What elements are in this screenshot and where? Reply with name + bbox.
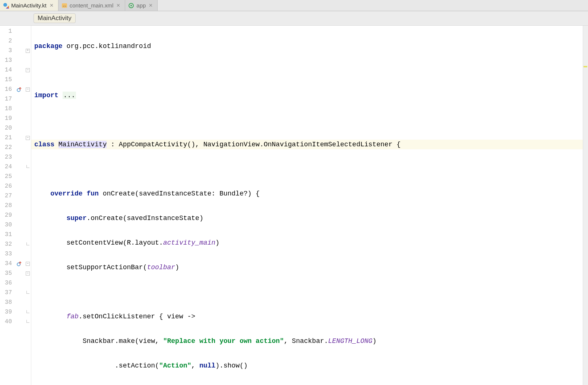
fold-gutter: + − − − − − [25,26,31,385]
line-number: 29 [0,210,14,220]
line-number: 18 [0,104,14,114]
line-number: 26 [0,181,14,191]
tab-app[interactable]: app ✕ [125,0,158,11]
code-area[interactable]: package org.pcc.kotlinandroid import ...… [31,26,588,385]
svg-text:<>: <> [63,4,66,8]
tab-label: MainActivity.kt [11,2,47,9]
line-number: 37 [0,288,14,298]
tab-mainactivity[interactable]: MainActivity.kt ✕ [0,0,59,11]
line-number: 17 [0,94,14,104]
tab-label: app [136,2,146,9]
line-number: 24 [0,162,14,172]
fold-collapse-icon[interactable]: − [26,88,30,92]
breadcrumb-bar: MainActivity [0,11,588,26]
line-number: 20 [0,123,14,133]
line-number: 32 [0,239,14,249]
fold-collapse-icon[interactable]: − [26,262,30,266]
line-number: 3 [0,46,14,55]
line-number: 16 [0,85,14,94]
line-number: 19 [0,114,14,123]
line-number: 30 [0,220,14,230]
line-number: 1 [0,26,14,36]
tab-content-main[interactable]: <> content_main.xml ✕ [59,0,126,11]
editor-tabs: MainActivity.kt ✕ <> content_main.xml ✕ … [0,0,588,11]
line-number: 23 [0,152,14,162]
module-icon [128,3,134,9]
line-number: 33 [0,249,14,259]
fold-end-icon [26,310,30,314]
close-icon[interactable]: ✕ [148,3,154,8]
line-number: 15 [0,75,14,85]
line-number: 31 [0,230,14,239]
warning-marker[interactable] [584,66,587,67]
xml-file-icon: <> [61,3,67,9]
close-icon[interactable]: ✕ [116,3,121,8]
line-number: 28 [0,201,14,210]
close-icon[interactable]: ✕ [49,3,54,8]
error-stripe[interactable] [583,26,588,385]
fold-collapse-icon[interactable]: − [26,271,30,276]
line-number: 39 [0,307,14,317]
line-number: 21 [0,133,14,143]
line-number-gutter: 1 2 3 13 14 15 16 17 18 19 20 21 22 23 2… [0,26,14,385]
line-number: 34 [0,259,14,268]
svg-point-4 [130,5,132,6]
override-gutter-icon[interactable] [14,85,25,94]
fold-end-icon [26,291,30,295]
fold-end-icon [26,165,30,169]
line-number: 25 [0,172,14,181]
line-number: 22 [0,143,14,152]
line-number: 27 [0,191,14,201]
svg-point-5 [17,89,20,92]
code-editor: 1 2 3 13 14 15 16 17 18 19 20 21 22 23 2… [0,26,588,385]
line-number: 38 [0,298,14,307]
override-gutter-icon[interactable] [14,259,25,268]
svg-point-0 [3,3,7,7]
icon-gutter [14,26,25,385]
fold-end-icon [26,242,30,246]
kotlin-file-icon [3,3,9,9]
line-number: 40 [0,317,14,327]
line-number: 14 [0,65,14,75]
fold-expand-icon[interactable]: + [26,49,30,53]
line-number: 2 [0,36,14,46]
tab-label: content_main.xml [70,2,114,9]
svg-point-6 [17,263,20,266]
line-number: 35 [0,268,14,278]
line-number: 13 [0,55,14,65]
fold-collapse-icon[interactable]: − [26,136,30,140]
fold-end-icon [26,320,30,324]
line-number: 36 [0,278,14,288]
breadcrumb[interactable]: MainActivity [34,13,76,23]
fold-collapse-icon[interactable]: − [26,68,30,72]
